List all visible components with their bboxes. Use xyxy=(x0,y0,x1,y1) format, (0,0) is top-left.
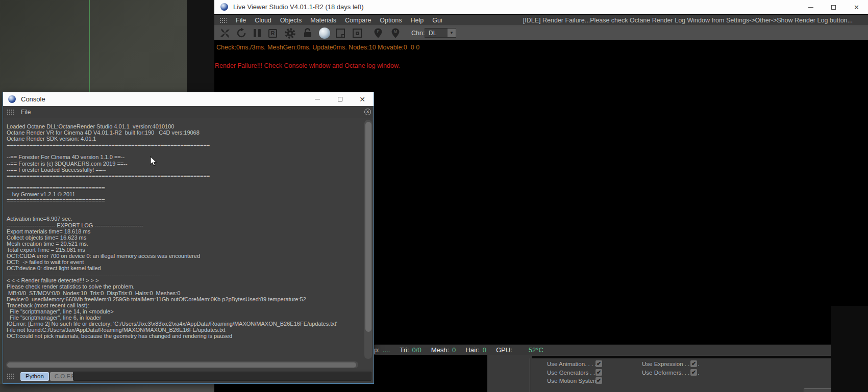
log-line: OCT:device 0: direct light kernel failed xyxy=(3,265,374,271)
log-line: OCT: -> failed to wait for event xyxy=(3,259,374,265)
panel-divider xyxy=(530,358,530,392)
log-line: Loaded Octane DLL:OctaneRender Studio 4.… xyxy=(3,123,374,129)
svg-text:M: M xyxy=(394,30,398,34)
log-line: Mesh creation time = 20.521 ms. xyxy=(3,241,374,247)
log-line: -- Ivy Grower v1.2.1 © 2011 xyxy=(3,191,374,197)
statusbar-item: Hair: 0 xyxy=(465,346,486,354)
log-line xyxy=(3,210,374,216)
console-vertical-scrollbar[interactable] xyxy=(364,120,372,359)
console-horizontal-scrollbar[interactable] xyxy=(6,361,358,368)
console-file-menu[interactable]: File xyxy=(21,109,31,116)
menu-item[interactable]: Gui xyxy=(432,17,442,24)
lock-icon[interactable] xyxy=(302,26,313,40)
console-grip-icon[interactable] xyxy=(7,109,14,115)
mouse-cursor xyxy=(150,156,158,167)
octane-app-icon xyxy=(220,3,228,11)
console-minimize-button[interactable] xyxy=(306,92,329,106)
menu-item[interactable]: File xyxy=(236,17,246,24)
log-line: OCT:CUDA error 700 on device 0: an illeg… xyxy=(3,253,374,259)
close-log-icon[interactable]: ✕ xyxy=(364,109,371,115)
window-title: Live Viewer Studio V4.01.1-R2 (18 days l… xyxy=(233,3,364,11)
menu-item[interactable]: Options xyxy=(380,17,402,24)
log-line: --== Forester Loaded Successfully! ==-- xyxy=(3,167,374,173)
screen: Live Viewer Studio V4.01.1-R2 (18 days l… xyxy=(0,0,868,392)
log-line xyxy=(3,203,374,210)
console-log[interactable]: Loaded Octane DLL:OctaneRender Studio 4.… xyxy=(3,119,374,360)
log-line: --== Forester is (c) 3DQUAKERS.com 2019 … xyxy=(3,161,374,167)
render-region-icon[interactable] xyxy=(353,26,362,40)
log-line: Total export Time = 215.081 ms xyxy=(3,247,374,253)
log-line: IOError: [Errno 2] No such file or direc… xyxy=(3,321,374,327)
menubar-grip-icon[interactable] xyxy=(219,17,227,23)
console-close-button[interactable]: ✕ xyxy=(351,92,374,106)
setting-row: Use Deformers. . . . . . ✔ xyxy=(642,369,713,378)
log-line: < < < Render failure detected!!! > > > xyxy=(3,277,374,283)
log-line: ========================================… xyxy=(3,142,374,148)
console-window: Console ✕ File ✕ Loaded Octane DLL:Octan… xyxy=(3,92,374,384)
checkbox[interactable]: ✔ xyxy=(596,369,602,376)
checkbox[interactable]: ✔ xyxy=(690,360,697,367)
console-command-input[interactable] xyxy=(73,372,371,381)
close-button[interactable]: ✕ xyxy=(845,0,868,14)
right-dark-zone xyxy=(831,306,868,392)
octane-settings-panel: Use Animation. . . . . ✔ Use Generators … xyxy=(487,355,831,392)
menu-item[interactable]: Cloud xyxy=(255,17,271,24)
viewport-render-failure-text: Render Failure!!! Check Console window a… xyxy=(215,62,400,69)
log-line: Octane Render SDK version: 4.01.1 xyxy=(3,136,374,142)
log-line: File not found:C:/Users/Jäx/AppData/Roam… xyxy=(3,327,374,333)
region-render-icon[interactable]: R xyxy=(268,26,277,40)
log-line: ----------------------------------------… xyxy=(3,271,374,277)
focus-pin-icon[interactable]: F xyxy=(373,26,383,40)
menu-item[interactable]: Materials xyxy=(310,17,336,24)
settings-right-column: Use Expression . . . . . ✔ Use Deformers… xyxy=(642,360,713,377)
log-line: File "scriptmanager", line 6, in loader xyxy=(3,315,374,321)
log-line: Traceback (most recent call last): xyxy=(3,302,374,308)
log-line: Please check render statistics to solve … xyxy=(3,283,374,290)
render-statusbar: p: .... Tri: 0/0 Mesh: 0 Hair: 0 xyxy=(374,345,831,355)
log-line: Collect objects time= 16.623 ms xyxy=(3,234,374,241)
menu-item[interactable]: Objects xyxy=(280,17,302,24)
panel-top-strip xyxy=(532,356,831,358)
channel-label: Chn: xyxy=(411,26,425,40)
material-pin-icon[interactable]: M xyxy=(390,26,401,40)
log-line: ============================== xyxy=(3,197,374,203)
picture-viewer-icon[interactable] xyxy=(336,26,345,40)
fan-render-icon[interactable] xyxy=(219,26,231,40)
console-bottom-grip-icon[interactable] xyxy=(7,373,14,379)
svg-text:F: F xyxy=(377,30,380,34)
setting-row: Use Animation. . . . . ✔ xyxy=(547,360,608,369)
tab-python[interactable]: Python xyxy=(20,372,49,381)
channel-dropdown[interactable]: DL ▼ xyxy=(425,28,456,38)
partial-button[interactable] xyxy=(804,388,832,392)
console-tabrow: Python C.O.F.F.E.E. xyxy=(3,370,374,383)
refresh-icon[interactable] xyxy=(236,26,247,40)
console-maximize-button[interactable] xyxy=(329,92,351,106)
checkbox[interactable]: ✔ xyxy=(596,377,602,384)
console-app-icon xyxy=(8,95,16,103)
statusbar-item: GPU: 52°C xyxy=(496,346,543,354)
checkbox[interactable]: ✔ xyxy=(596,360,602,367)
settings-gear-icon[interactable] xyxy=(284,26,296,40)
minimize-button[interactable] xyxy=(799,0,822,14)
log-line: Activation time=6.907 sec. xyxy=(3,216,374,222)
menu-item[interactable]: Compare xyxy=(345,17,371,24)
log-line: MB:0/0 ST/MOV:0/0 Nodes:10 Tris:0 DispTr… xyxy=(3,290,374,296)
pause-icon[interactable] xyxy=(254,26,261,40)
channel-value: DL xyxy=(429,30,448,37)
log-line: OCT:could not pick materials, because th… xyxy=(3,333,374,339)
checkbox[interactable]: ✔ xyxy=(690,369,697,376)
log-line: -------------------------- EXPORT LOG --… xyxy=(3,222,374,228)
statusbar-item: Tri: 0/0 xyxy=(400,346,421,354)
console-menubar: File ✕ xyxy=(3,106,374,118)
menu-item[interactable]: Help xyxy=(410,17,424,24)
maximize-button[interactable] xyxy=(822,0,845,14)
log-line: ========================================… xyxy=(3,173,374,179)
material-ball-icon[interactable] xyxy=(319,26,330,40)
live-viewer-titlebar[interactable]: Live Viewer Studio V4.01.1-R2 (18 days l… xyxy=(214,0,868,14)
chevron-down-icon[interactable]: ▼ xyxy=(448,29,456,37)
desktop-black-band xyxy=(187,0,214,95)
console-titlebar[interactable]: Console ✕ xyxy=(3,92,374,106)
log-line: File "scriptmanager", line 14, in <modul… xyxy=(3,308,374,315)
statusbar-item: p: .... xyxy=(374,346,390,354)
log-line: ============================== xyxy=(3,185,374,191)
